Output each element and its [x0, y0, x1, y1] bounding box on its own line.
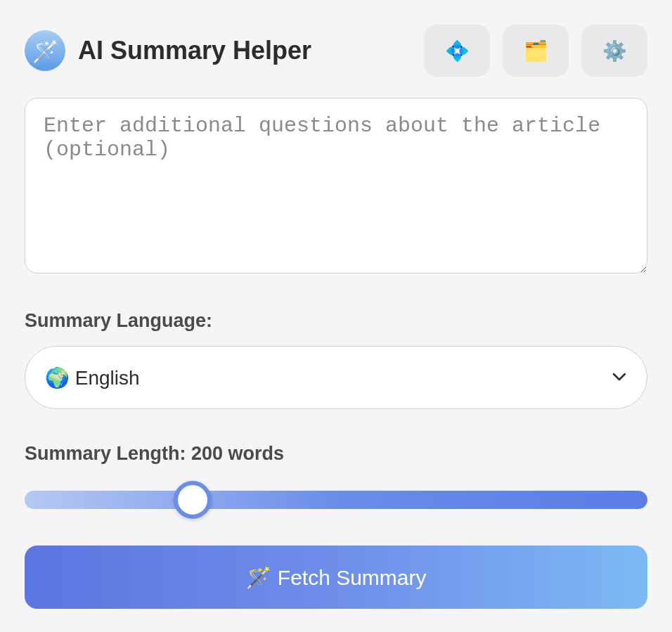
length-slider[interactable]: [25, 479, 647, 521]
gear-icon: ⚙️: [602, 39, 627, 63]
fetch-summary-button[interactable]: 🪄 Fetch Summary: [25, 546, 647, 609]
questions-textarea[interactable]: [25, 98, 647, 273]
sparkle-icon: 💠: [445, 39, 470, 63]
wand-icon: 🪄: [32, 39, 58, 63]
settings-button[interactable]: ⚙️: [581, 25, 647, 77]
length-label: Summary Length: 200 words: [25, 443, 647, 465]
fetch-summary-label: 🪄 Fetch Summary: [245, 565, 426, 590]
app-title: AI Summary Helper: [78, 36, 311, 65]
app-logo-icon: 🪄: [25, 30, 65, 71]
language-label: Summary Language:: [25, 310, 647, 332]
folder-icon: 🗂️: [524, 39, 548, 63]
language-select[interactable]: 🌍 English: [25, 346, 647, 409]
folder-button[interactable]: 🗂️: [503, 25, 569, 77]
sparkle-button[interactable]: 💠: [424, 25, 490, 77]
